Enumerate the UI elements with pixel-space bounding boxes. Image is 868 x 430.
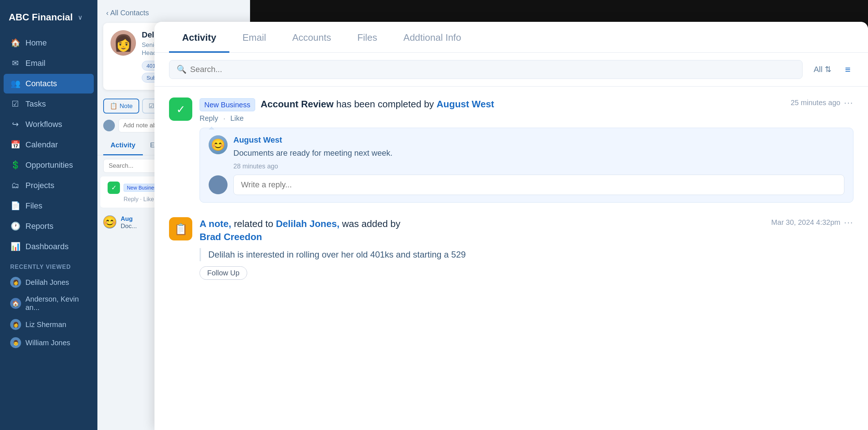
tab-activity[interactable]: Activity [169,22,229,53]
workflows-icon: ↪ [10,120,20,129]
sidebar-item-contacts[interactable]: 👥 Contacts [4,74,94,93]
rv-label: Liz Sherman [25,320,66,329]
related-to-text: related to [234,218,276,229]
calendar-icon: 📅 [10,140,20,150]
filter-lines-button[interactable]: ≡ [842,61,853,78]
reply-inner-1: 😊 August West Documents are ready for me… [209,135,844,170]
filter-all-label: All [813,65,822,74]
activity-title-2: A note, related to Delilah Jones, was ad… [200,217,401,244]
note-icon-main: 📋 [174,223,188,235]
rv-item-delilah[interactable]: 👩 Delilah Jones [4,273,94,291]
sidebar-item-files[interactable]: 📄 Files [4,196,94,216]
more-options-button-1[interactable]: ··· [844,97,853,108]
rv-item-william[interactable]: 👨 William Jones [4,334,94,352]
rv-label: Anderson, Kevin an... [25,295,87,312]
tab-accounts[interactable]: Accounts [279,22,344,53]
brand-name: ABC Financial [9,12,73,23]
sidebar-item-calendar[interactable]: 📅 Calendar [4,135,94,155]
reply-button-1[interactable]: Reply [200,114,218,123]
sidebar-item-home[interactable]: 🏠 Home [4,33,94,53]
more-options-button-2[interactable]: ··· [844,217,853,227]
rv-item-anderson[interactable]: 🏠 Anderson, Kevin an... [4,291,94,315]
write-reply-input[interactable] [233,175,844,195]
sidebar-item-label: Reports [25,222,53,231]
follow-up-badge[interactable]: Follow Up [200,266,247,280]
home-icon: 🏠 [10,38,20,48]
activity-icon-note: 📋 [169,217,192,240]
sidebar-item-reports[interactable]: 🕐 Reports [4,216,94,236]
note-link[interactable]: A note, [200,218,231,229]
activity-feed: ✓ New Business Account Review has been c… [154,87,868,430]
filter-lines-icon: ≡ [845,64,851,75]
activity-entry-1: ✓ New Business Account Review has been c… [169,97,853,203]
note-user-avatar [103,120,115,131]
main-search-input[interactable] [190,65,795,74]
all-contacts-back[interactable]: All Contacts [97,0,250,23]
sidebar-item-label: Projects [25,181,54,190]
timestamp-text-1: 25 minutes ago [791,99,840,107]
reports-icon: 🕐 [10,222,20,231]
activity-timestamp-1: 25 minutes ago ··· [791,97,853,108]
tasks-icon: ☑ [10,99,20,109]
email-icon: ✉ [10,59,20,68]
rv-label: William Jones [25,339,70,347]
task-icon: ☑ [149,102,154,110]
sidebar-item-dashboards[interactable]: 📊 Dashboards [4,237,94,256]
new-business-badge: New Business [200,98,255,111]
august-west-link[interactable]: August West [437,99,494,110]
completed-text: has been completed by [336,99,437,110]
search-wrap: 🔍 [169,60,803,79]
tab-additional-info[interactable]: Addtional Info [390,22,474,53]
contact-tab-activity[interactable]: Activity [103,136,143,155]
sidebar-item-label: Tasks [25,99,46,109]
sidebar-item-label: Contacts [25,79,57,88]
reply-body-1: August West Documents are ready for meet… [233,135,844,170]
reply-text-1: Documents are ready for meeting next wee… [233,147,844,159]
note-icon: 📋 [110,102,117,110]
sidebar-item-tasks[interactable]: ☑ Tasks [4,94,94,114]
delilah-link[interactable]: Delilah Jones, [276,218,339,229]
rv-avatar-anderson: 🏠 [10,298,21,309]
brad-creedon-link[interactable]: Brad Creedon [200,231,262,242]
sidebar-item-projects[interactable]: 🗂 Projects [4,176,94,195]
sidebar-item-opportunities[interactable]: 💲 Opportunities [4,155,94,175]
sidebar-brand[interactable]: ABC Financial ∨ [0,0,97,33]
files-icon: 📄 [10,201,20,211]
like-button-1[interactable]: Like [230,114,244,123]
recently-viewed-label: RECENTLY VIEWED [4,257,94,273]
tab-files[interactable]: Files [344,22,390,53]
main-panel: Activity Email Accounts Files Addtional … [154,22,868,430]
contact-avatar: 👩 [110,30,136,56]
sidebar-item-label: Workflows [25,120,62,129]
sidebar-item-label: Files [25,201,42,211]
search-icon: 🔍 [177,65,186,74]
activity-entry-2: 📋 A note, related to Delilah Jones, was … [169,217,853,280]
note-tab-button[interactable]: 📋 Note [103,99,139,114]
reply-time-1: 28 minutes ago [233,163,844,170]
activity-icon-checkmark: ✓ [169,97,192,121]
delilah-face: 👩 [110,30,136,56]
sidebar-item-label: Opportunities [25,160,73,170]
reply-author-name[interactable]: August West [233,135,844,145]
mini-aug-avatar: 😊 [103,215,116,228]
rv-item-liz[interactable]: 👩 Liz Sherman [4,315,94,334]
was-added-by-text: was added by [342,218,400,229]
sidebar-nav: 🏠 Home ✉ Email 👥 Contacts ☑ Tasks ↪ Work… [0,33,97,430]
tab-email[interactable]: Email [229,22,279,53]
sidebar-item-email[interactable]: ✉ Email [4,53,94,73]
reply-avatar-aug: 😊 [209,135,228,154]
activity-header-1: New Business Account Review has been com… [200,97,853,111]
sidebar-item-label: Dashboards [25,242,69,251]
checkmark-icon: ✓ [176,103,185,116]
sidebar-item-label: Home [25,38,47,48]
activity-content-1: New Business Account Review has been com… [200,97,853,203]
current-user-avatar [209,175,228,194]
contacts-icon: 👥 [10,79,20,88]
activity-content-2: A note, related to Delilah Jones, was ad… [200,217,853,280]
search-row: 🔍 All ⇅ ≡ [154,53,868,87]
opportunities-icon: 💲 [10,160,20,170]
rv-avatar-delilah: 👩 [10,277,21,288]
filter-all-button[interactable]: All ⇅ [808,62,836,77]
sidebar-item-workflows[interactable]: ↪ Workflows [4,115,94,134]
dashboards-icon: 📊 [10,242,20,251]
